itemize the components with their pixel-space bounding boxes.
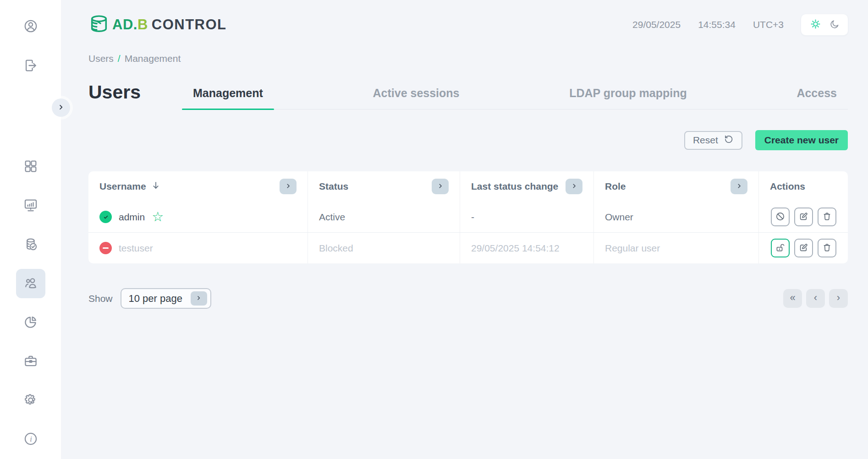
create-new-user-button[interactable]: Create new user xyxy=(755,130,848,150)
sidebar-item-statistics[interactable] xyxy=(16,308,45,337)
table-row-admin: admin ☆ Active - Owner xyxy=(88,202,848,232)
last-status-change-value: 29/05/2025 14:54:12 xyxy=(471,243,560,254)
sidebar-item-jobs[interactable] xyxy=(16,347,45,376)
gear-icon xyxy=(23,392,38,409)
delete-user-button[interactable] xyxy=(818,239,836,257)
theme-toggle xyxy=(801,14,848,35)
first-page-button[interactable]: « xyxy=(783,289,802,308)
header-actions-label: Actions xyxy=(770,181,805,192)
cell-role: Regular user xyxy=(594,233,759,263)
header-actions: Actions xyxy=(759,171,848,202)
app-logo: AD.BCONTROL xyxy=(88,13,227,36)
database-logo-icon xyxy=(88,13,110,36)
header-role: Role xyxy=(594,171,759,202)
last-status-change-value: - xyxy=(471,212,474,223)
expand-column-status-button[interactable] xyxy=(432,179,449,194)
cell-status: Active xyxy=(308,202,460,232)
sidebar-item-users[interactable] xyxy=(16,269,45,298)
cell-actions xyxy=(759,233,848,263)
profile-button[interactable] xyxy=(16,12,45,41)
sidebar-item-monitoring[interactable] xyxy=(16,191,45,220)
next-page-button[interactable]: › xyxy=(829,289,848,308)
main-content: AD.BCONTROL 29/05/2025 14:55:34 UTC+3 Us… xyxy=(61,0,868,459)
unlock-icon xyxy=(775,242,786,254)
page-title: Users xyxy=(88,82,141,109)
tab-access[interactable]: Access xyxy=(786,87,848,109)
role-value: Owner xyxy=(605,212,633,223)
username-value: testuser xyxy=(119,243,153,254)
header-username-label: Username xyxy=(99,181,146,192)
briefcase-icon xyxy=(23,353,38,370)
status-value: Active xyxy=(319,212,345,223)
topbar: AD.BCONTROL 29/05/2025 14:55:34 UTC+3 xyxy=(88,12,848,38)
logout-icon xyxy=(23,58,38,75)
header-status: Status xyxy=(308,171,460,202)
breadcrumb-users[interactable]: Users xyxy=(88,53,114,64)
reset-button-label: Reset xyxy=(693,135,718,146)
sort-desc-icon[interactable] xyxy=(151,180,161,193)
info-icon: i xyxy=(23,431,38,448)
header-username: Username xyxy=(88,171,308,202)
per-page-value: 10 per page xyxy=(129,293,182,305)
tab-ldap-group-mapping[interactable]: LDAP group mapping xyxy=(558,87,698,109)
trash-icon xyxy=(822,242,832,254)
table-row-testuser: testuser Blocked 29/05/2025 14:54:12 Reg… xyxy=(88,232,848,263)
pie-chart-icon xyxy=(23,314,38,331)
status-active-icon xyxy=(99,211,112,223)
sidebar-top-group xyxy=(0,0,61,81)
app-root: i AD.BCONTROL 29/05/2025 14:55:34 UTC+3 xyxy=(0,0,868,459)
table-body: admin ☆ Active - Owner xyxy=(88,202,848,263)
table-header-row: Username Status Last status change Role xyxy=(88,171,848,202)
users-table: Username Status Last status change Role xyxy=(88,171,848,263)
edit-icon xyxy=(798,211,809,223)
sidebar-expand-button[interactable] xyxy=(52,98,70,117)
cell-role: Owner xyxy=(594,202,759,232)
header-last-status-change-label: Last status change xyxy=(471,181,558,192)
pagination: « ‹ › xyxy=(783,289,848,308)
prev-page-button[interactable]: ‹ xyxy=(806,289,825,308)
header-last-status-change: Last status change xyxy=(460,171,594,202)
trash-icon xyxy=(822,211,832,223)
cell-status: Blocked xyxy=(308,233,460,263)
sidebar-item-about[interactable]: i xyxy=(16,425,45,454)
current-time: 14:55:34 xyxy=(698,19,736,30)
per-page-select[interactable]: 10 per page xyxy=(121,288,211,309)
sidebar-nav: i xyxy=(0,152,61,454)
breadcrumb: Users / Management xyxy=(88,53,848,64)
chevron-right-icon xyxy=(736,183,742,191)
edit-user-button[interactable] xyxy=(794,239,813,257)
current-date: 29/05/2025 xyxy=(632,19,681,30)
sidebar-item-settings[interactable] xyxy=(16,386,45,415)
cell-username: testuser xyxy=(88,233,308,263)
reset-button[interactable]: Reset xyxy=(684,131,742,150)
expand-column-username-button[interactable] xyxy=(280,179,297,194)
unblock-user-button[interactable] xyxy=(771,239,790,257)
block-user-button[interactable] xyxy=(771,208,790,226)
chevron-right-icon xyxy=(571,183,577,191)
monitor-chart-icon xyxy=(23,197,38,214)
tabs: Management Active sessions LDAP group ma… xyxy=(182,87,848,109)
delete-user-button[interactable] xyxy=(818,208,836,226)
per-page-expand-button[interactable] xyxy=(191,291,207,306)
chevron-right-icon xyxy=(285,183,291,191)
edit-user-button[interactable] xyxy=(794,208,813,226)
status-blocked-icon xyxy=(99,242,112,254)
chevron-right-icon xyxy=(437,183,444,191)
tab-active-sessions[interactable]: Active sessions xyxy=(362,87,471,109)
rotate-ccw-icon xyxy=(724,134,734,147)
expand-column-role-button[interactable] xyxy=(731,179,747,194)
favorite-star-icon[interactable]: ☆ xyxy=(152,210,164,224)
username-value: admin xyxy=(119,212,145,223)
breadcrumb-management: Management xyxy=(125,53,181,64)
dark-theme-button[interactable] xyxy=(829,19,840,31)
header-role-label: Role xyxy=(605,181,626,192)
expand-column-last-status-button[interactable] xyxy=(566,179,582,194)
sidebar: i xyxy=(0,0,61,459)
light-theme-button[interactable] xyxy=(809,18,822,32)
tab-management[interactable]: Management xyxy=(182,87,274,109)
logout-button[interactable] xyxy=(16,51,45,81)
cell-actions xyxy=(759,202,848,232)
cell-username: admin ☆ xyxy=(88,202,308,232)
sidebar-item-backup[interactable] xyxy=(16,230,45,259)
sidebar-item-dashboard[interactable] xyxy=(16,152,45,181)
